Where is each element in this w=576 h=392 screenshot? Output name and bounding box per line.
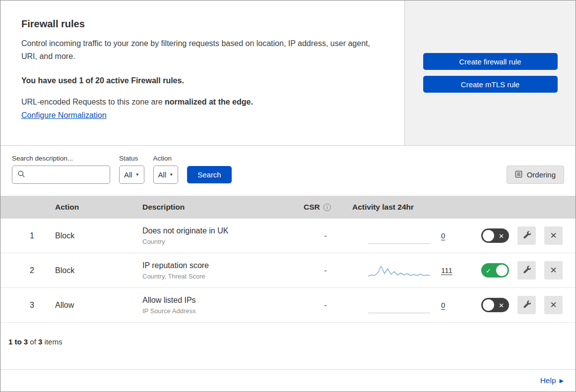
help-link[interactable]: Help▶: [540, 376, 564, 385]
chevron-down-icon: ▼: [169, 172, 173, 177]
create-firewall-rule-button[interactable]: Create firewall rule: [423, 53, 558, 70]
activity-sparkline: [368, 297, 430, 313]
rule-enabled-toggle[interactable]: ✓ ✕: [481, 263, 509, 278]
column-header-action: Action: [45, 203, 141, 212]
edit-rule-button[interactable]: [517, 261, 536, 280]
ordering-button[interactable]: Ordering: [507, 166, 564, 184]
header-actions-panel: Create firewall rule Create mTLS rule: [405, 0, 576, 145]
rule-description-cell: IP reputation score Country, Threat Scor…: [141, 261, 299, 280]
rule-description-cell: Does not originate in UK Country: [141, 226, 299, 245]
items-range: 1 to 3: [8, 337, 28, 346]
activity-count-link[interactable]: 0: [441, 301, 445, 309]
column-header-description: Description: [141, 203, 299, 212]
pagination-summary: 1 to 3 of 3 items: [0, 323, 576, 351]
rule-priority: 2: [0, 266, 45, 275]
rule-fields: Country: [142, 238, 299, 245]
rule-priority: 3: [0, 301, 45, 310]
rule-description[interactable]: Allow listed IPs: [142, 296, 299, 305]
header-info: Firewall rules Control incoming traffic …: [0, 0, 405, 145]
rule-enabled-toggle[interactable]: ✓ ✕: [481, 298, 509, 312]
action-filter-group: Action All ▼: [153, 155, 179, 184]
search-label: Search description...: [12, 155, 110, 162]
table-row: 2 Block IP reputation score Country, Thr…: [0, 253, 576, 288]
rule-activity-cell: 0: [352, 228, 472, 244]
toggle-x-icon: ✕: [499, 232, 504, 239]
status-filter-group: Status All ▼: [119, 155, 144, 184]
toggle-check-icon: ✓: [486, 267, 491, 274]
close-icon: ✕: [550, 300, 557, 310]
normalization-bold-text: normalized at the edge.: [165, 98, 253, 106]
edit-rule-button[interactable]: [517, 296, 536, 314]
help-link-label: Help: [540, 376, 556, 385]
table-row: 1 Block Does not originate in UK Country…: [0, 219, 576, 253]
column-header-csr: CSR i: [299, 203, 352, 212]
table-header-row: Action Description CSR i Activity last 2…: [0, 196, 576, 219]
delete-rule-button[interactable]: ✕: [544, 296, 563, 314]
delete-rule-button[interactable]: ✕: [544, 226, 563, 245]
rule-fields: Country, Threat Score: [142, 273, 299, 280]
rule-priority: 1: [0, 231, 45, 240]
wrench-icon: [523, 230, 531, 241]
ordering-button-label: Ordering: [527, 170, 556, 179]
page-header: Firewall rules Control incoming traffic …: [0, 0, 576, 146]
rule-description-cell: Allow listed IPs IP Source Address: [141, 296, 299, 315]
chevron-down-icon: ▼: [135, 172, 139, 177]
rule-controls: ✓ ✕ ✕: [472, 296, 576, 314]
help-arrow-icon: ▶: [560, 378, 564, 384]
status-dropdown[interactable]: All ▼: [119, 166, 144, 184]
wrench-icon: [523, 265, 531, 276]
rules-table: Action Description CSR i Activity last 2…: [0, 196, 576, 323]
rule-activity-cell: 0: [352, 297, 472, 313]
firewall-rules-page: Firewall rules Control incoming traffic …: [0, 0, 576, 392]
activity-count-link[interactable]: 0: [441, 231, 445, 240]
usage-summary: You have used 1 of 20 active Firewall ru…: [21, 76, 384, 85]
close-icon: ✕: [550, 265, 557, 276]
filter-bar: Search description... Status All ▼ Actio…: [0, 146, 576, 196]
rule-enabled-toggle[interactable]: ✓ ✕: [481, 228, 509, 243]
rule-fields: IP Source Address: [142, 307, 299, 315]
normalization-text: URL-encoded Requests to this zone are: [21, 98, 165, 106]
table-row: 3 Allow Allow listed IPs IP Source Addre…: [0, 288, 576, 323]
search-input[interactable]: [12, 166, 110, 184]
activity-sparkline: [368, 263, 430, 279]
rule-action: Block: [45, 266, 141, 275]
ordering-list-icon: [515, 170, 522, 179]
toggle-x-icon: ✕: [499, 301, 504, 309]
action-label: Action: [153, 155, 179, 162]
csr-header-label: CSR: [304, 203, 320, 212]
wrench-icon: [523, 300, 531, 310]
rule-description[interactable]: Does not originate in UK: [142, 226, 299, 235]
rule-controls: ✓ ✕ ✕: [472, 261, 576, 280]
activity-sparkline: [368, 228, 430, 244]
search-button[interactable]: Search: [187, 166, 232, 183]
page-title: Firewall rules: [21, 18, 384, 30]
rule-activity-cell: 111: [352, 263, 472, 279]
column-header-activity: Activity last 24hr: [352, 203, 472, 212]
search-icon: [17, 170, 25, 180]
search-group: Search description...: [12, 155, 110, 184]
configure-normalization-link[interactable]: Configure Normalization: [21, 111, 107, 120]
rule-csr: -: [299, 266, 352, 275]
create-mtls-rule-button[interactable]: Create mTLS rule: [423, 76, 558, 93]
status-label: Status: [119, 155, 144, 162]
action-dropdown[interactable]: All ▼: [153, 166, 179, 184]
toggle-knob: [496, 265, 508, 276]
toggle-knob: [483, 230, 494, 241]
rule-controls: ✓ ✕ ✕: [472, 226, 576, 245]
rule-action: Block: [45, 231, 141, 240]
rule-description[interactable]: IP reputation score: [142, 261, 299, 270]
items-label: items: [42, 337, 62, 346]
activity-count-link[interactable]: 111: [441, 266, 452, 275]
help-bar: Help▶: [0, 369, 576, 392]
items-of-text: of: [28, 337, 38, 346]
delete-rule-button[interactable]: ✕: [544, 261, 563, 280]
rule-action: Allow: [45, 301, 141, 310]
rule-csr: -: [299, 301, 352, 310]
status-dropdown-value: All: [124, 170, 132, 179]
page-description: Control incoming traffic to your zone by…: [21, 37, 384, 63]
info-icon[interactable]: i: [323, 204, 331, 211]
close-icon: ✕: [550, 230, 557, 241]
edit-rule-button[interactable]: [517, 226, 536, 245]
toggle-knob: [483, 299, 494, 311]
rule-csr: -: [299, 231, 352, 240]
